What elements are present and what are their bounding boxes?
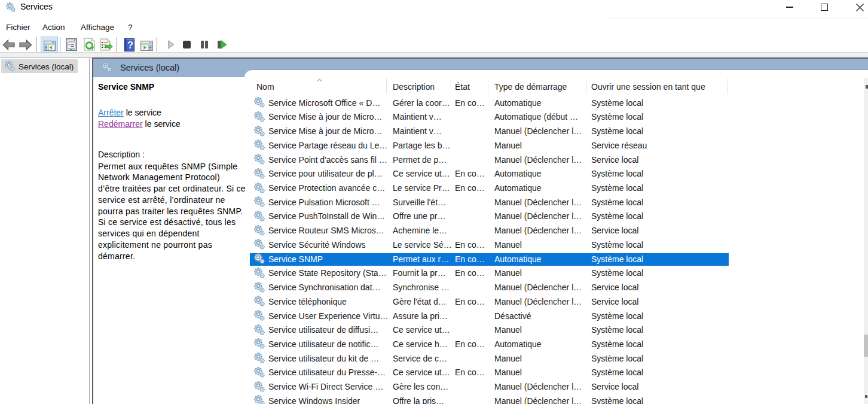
svg-text:?: ? [127,40,133,51]
